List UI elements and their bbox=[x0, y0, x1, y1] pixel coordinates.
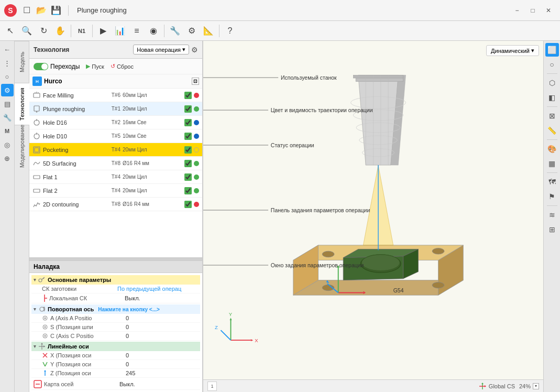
hole-d10-color bbox=[194, 134, 199, 139]
pocketing-name: Pocketing bbox=[43, 147, 103, 153]
op-2d-contouring[interactable]: 2D contouring T#8 Ø16 R4 мм bbox=[29, 198, 202, 211]
viewport[interactable]: Динамический ▾ bbox=[203, 41, 543, 379]
reset-label: Сброс bbox=[117, 63, 134, 70]
params-group-linear-header[interactable]: ▾ Линейные оси bbox=[31, 342, 200, 351]
left-nav-icon[interactable]: ◎ bbox=[1, 138, 14, 151]
flat-2-check[interactable] bbox=[184, 187, 192, 194]
plunge-roughing-check[interactable] bbox=[184, 105, 192, 113]
param-sk-zagotovki-value[interactable]: По предыдущей операц bbox=[117, 286, 181, 292]
save-file-icon[interactable]: 💾 bbox=[50, 5, 62, 16]
flat-1-check[interactable] bbox=[184, 173, 192, 181]
param-axis-a-label: A (Axis A Positio bbox=[50, 315, 124, 321]
left-dots-icon[interactable]: ⋮ bbox=[1, 57, 14, 69]
op-flat-2[interactable]: Flat 2 T#4 20мм Цил bbox=[29, 184, 202, 198]
maximize-button[interactable]: □ bbox=[525, 5, 540, 16]
machine-name: Hurco bbox=[44, 78, 62, 85]
hole-d10-check[interactable] bbox=[184, 133, 192, 140]
op-plunge-roughing[interactable]: Plunge roughing T#1 20мм Цил bbox=[29, 102, 202, 116]
left-gear-icon[interactable]: ⚙ bbox=[1, 84, 14, 96]
toolbar-tool1-icon[interactable]: 🔧 bbox=[167, 23, 183, 39]
op-hole-d10[interactable]: Hole D10 T#5 10мм Све bbox=[29, 129, 202, 143]
play-button[interactable]: ▶ Пуск bbox=[86, 63, 104, 70]
left-circle-icon[interactable]: ○ bbox=[1, 70, 14, 83]
minimize-button[interactable]: − bbox=[510, 5, 524, 16]
rt-sphere-icon[interactable]: ○ bbox=[545, 58, 559, 71]
transitions-label: Переходы bbox=[50, 63, 80, 70]
rt-wireframe-icon[interactable]: ⬡ bbox=[545, 76, 559, 90]
toolbar-layers-icon[interactable]: ≡ bbox=[129, 23, 145, 39]
machine-settings-icon[interactable]: ⊡ bbox=[192, 78, 199, 85]
params-group-main-header[interactable]: ▾ Основные параметры bbox=[31, 275, 200, 285]
toolbar-chart-icon[interactable]: 📊 bbox=[112, 23, 128, 39]
hole-d16-check[interactable] bbox=[184, 119, 192, 126]
page-num: 1 bbox=[211, 384, 213, 389]
left-target-icon[interactable]: ⊕ bbox=[1, 152, 14, 165]
face-milling-check[interactable] bbox=[184, 92, 192, 99]
reset-button[interactable]: ↺ Сброс bbox=[111, 63, 134, 70]
pocketing-icon bbox=[32, 146, 41, 154]
rt-shaded-icon[interactable]: ◧ bbox=[545, 91, 559, 104]
param-axis-c-label: C (Axis C Positio bbox=[50, 333, 124, 339]
op-face-milling[interactable]: Face Milling T#6 60мм Цил bbox=[29, 89, 202, 102]
svg-text:Панель задания параметров опер: Панель задания параметров операции bbox=[271, 208, 370, 213]
left-stack-icon[interactable]: ▤ bbox=[1, 97, 14, 110]
new-operation-button[interactable]: Новая операция ▾ bbox=[133, 45, 189, 55]
rt-extra-2-icon[interactable]: ⊞ bbox=[545, 223, 559, 236]
close-button[interactable]: ✕ bbox=[541, 5, 556, 16]
machine-header[interactable]: H Hurco ⊡ bbox=[29, 74, 202, 89]
2d-contouring-icon bbox=[32, 200, 41, 209]
global-cs-icon bbox=[478, 382, 487, 390]
op-hole-d16[interactable]: Hole D16 T#2 16мм Све bbox=[29, 116, 202, 129]
toolbar-tool2-icon[interactable]: ⚙ bbox=[184, 23, 200, 39]
tab-technology[interactable]: Технология bbox=[15, 83, 29, 125]
toolbar-material-icon[interactable]: ◉ bbox=[146, 23, 161, 39]
new-op-chevron-icon: ▾ bbox=[182, 46, 185, 53]
left-m-icon[interactable]: M bbox=[1, 125, 14, 137]
pocketing-check[interactable] bbox=[184, 146, 192, 154]
param-local-sk-label: Локальная СК bbox=[49, 295, 123, 301]
viewport-header: Динамический ▾ bbox=[486, 45, 539, 56]
2d-contouring-check[interactable] bbox=[184, 201, 192, 208]
rt-cube-icon[interactable]: ⬜ bbox=[545, 43, 559, 57]
param-axis-y-value: 0 bbox=[126, 361, 129, 367]
op-pocketing[interactable]: Pocketing T#4 20мм Цил bbox=[29, 143, 202, 157]
op-5d-surfacing[interactable]: 5D Surfacing T#8 Ø16 R4 мм bbox=[29, 157, 202, 170]
rt-map-icon[interactable]: 🗺 bbox=[545, 175, 559, 189]
open-file-icon[interactable]: 📂 bbox=[36, 5, 47, 16]
transitions-toggle[interactable] bbox=[34, 63, 48, 70]
rotary-click-label[interactable]: Нажмите на кнопку <...> bbox=[98, 307, 160, 312]
local-sk-icon bbox=[42, 295, 47, 302]
tab-modeling[interactable]: Моделирование bbox=[15, 125, 29, 167]
hole-d10-tool: T#5 bbox=[105, 133, 120, 139]
5d-surfacing-check[interactable] bbox=[184, 160, 192, 167]
op-flat-1[interactable]: Flat 1 T#4 20мм Цил bbox=[29, 170, 202, 184]
svg-text:Статус операции: Статус операции bbox=[271, 143, 314, 148]
rt-flag-icon[interactable]: ⚑ bbox=[545, 190, 559, 203]
rt-measure-icon[interactable]: 📏 bbox=[545, 124, 559, 137]
zoom-dropdown[interactable]: ▾ bbox=[533, 383, 539, 389]
rt-texture-icon[interactable]: ▦ bbox=[545, 157, 559, 170]
params-group-rotary-header[interactable]: ▾ Поворотная ось Нажмите на кнопку <...> bbox=[31, 304, 200, 314]
rt-extra-1-icon[interactable]: ≋ bbox=[545, 208, 559, 222]
toolbar-sim-icon[interactable]: ▶ bbox=[95, 23, 111, 39]
tab-model[interactable]: Модель bbox=[15, 41, 29, 83]
panel-settings-icon[interactable]: ⚙ bbox=[191, 46, 198, 54]
rt-section-icon[interactable]: ⊠ bbox=[545, 109, 559, 123]
toolbar-tool3-icon[interactable]: 📐 bbox=[201, 23, 216, 39]
left-tool-icon[interactable]: 🔧 bbox=[1, 111, 14, 124]
svg-marker-96 bbox=[481, 383, 484, 384]
plunge-roughing-name: Plunge roughing bbox=[43, 106, 103, 112]
toolbar-n1-icon[interactable]: N1 bbox=[74, 23, 90, 39]
panel-header: Технология Новая операция ▾ ⚙ bbox=[29, 41, 202, 59]
left-arrow-icon[interactable]: ← bbox=[1, 43, 14, 56]
toolbar-zoom-icon[interactable]: 🔍 bbox=[19, 23, 35, 39]
toolbar-help-icon[interactable]: ? bbox=[222, 23, 238, 39]
dynamic-view-button[interactable]: Динамический ▾ bbox=[486, 45, 539, 56]
toolbar-cursor-icon[interactable]: ↖ bbox=[2, 23, 18, 39]
app-logo[interactable]: S bbox=[4, 4, 17, 17]
axis-z-icon bbox=[42, 370, 48, 376]
new-file-icon[interactable]: ☐ bbox=[21, 5, 32, 16]
toolbar-rotate-icon[interactable]: ↻ bbox=[36, 23, 51, 39]
rt-color-icon[interactable]: 🎨 bbox=[545, 142, 559, 156]
toolbar-pan-icon[interactable]: ✋ bbox=[52, 23, 68, 39]
